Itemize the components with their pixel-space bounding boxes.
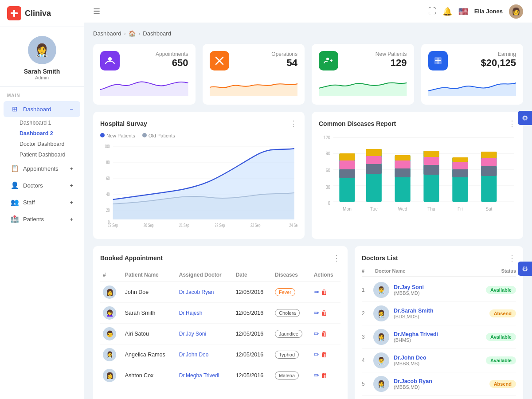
edit-button[interactable]: ✏ <box>314 330 320 338</box>
doctor-link[interactable]: Dr.Jay Soni <box>179 331 206 337</box>
cell-disease: Cholera <box>272 303 311 324</box>
doctors-list-menu[interactable]: ⋮ <box>508 253 516 263</box>
fab-settings-1[interactable]: ⚙ <box>518 111 532 125</box>
username-label: Ella Jones <box>474 8 503 15</box>
flag-icon[interactable]: 🇺🇸 <box>458 7 468 16</box>
staff-plus-icon: + <box>70 199 73 206</box>
cell-doctor: Dr.Megha Trivedi <box>176 365 233 386</box>
edit-button[interactable]: ✏ <box>314 372 320 379</box>
doctor-num: 4 <box>362 357 369 364</box>
sidebar-item-dashboard[interactable]: ⊞ Dashboard − <box>4 101 80 117</box>
svg-rect-50 <box>395 160 411 168</box>
booked-appointment-card: Booked Appointment ⋮ # Patient Name Assi… <box>93 246 348 399</box>
doctor-info: 3 👩‍⚕️ Dr.Megha Trivedi (BHMS) <box>362 329 438 345</box>
cell-doctor: Dr.Rajesh <box>176 303 233 324</box>
cell-actions: ✏ 🗑 <box>311 365 340 386</box>
svg-text:21 Sep: 21 Sep <box>179 223 189 228</box>
delete-button[interactable]: 🗑 <box>321 351 328 358</box>
cell-actions: ✏ 🗑 <box>311 303 340 324</box>
fab-settings-2[interactable]: ⚙ <box>518 262 532 276</box>
sidebar-sub-dashboard1[interactable]: Dashboard 1 <box>0 117 84 128</box>
svg-rect-58 <box>452 162 468 169</box>
cell-date: 12/05/2016 <box>233 365 272 386</box>
cell-disease: Jaundice <box>272 324 311 344</box>
sidebar-item-doctors[interactable]: 👤 Doctors + <box>4 177 80 193</box>
hospital-survey-menu[interactable]: ⋮ <box>289 119 297 129</box>
cell-doctor: Dr.Jay Soni <box>176 324 233 344</box>
doctors-list-body: 1 👨‍⚕️ Dr.Jay Soni (MBBS,MD) Available 2… <box>362 278 516 396</box>
fullscreen-icon[interactable]: ⛶ <box>428 7 436 16</box>
sidebar-section-main: MAIN <box>0 87 84 101</box>
sidebar-profile: 👩‍⚕️ Sarah Smith Admin <box>0 27 84 87</box>
sidebar-item-staff[interactable]: 👥 Staff + <box>4 194 80 210</box>
svg-rect-43 <box>339 153 355 160</box>
sidebar-item-appointments[interactable]: 📋 Appointments + <box>4 160 80 176</box>
doctor-info: 2 👩‍⚕️ Dr.Sarah Smith (BDS,MDS) <box>362 305 434 321</box>
bell-icon[interactable]: 🔔 <box>442 7 452 16</box>
disease-badge: Maleria <box>275 372 299 379</box>
legend-old-patients: Old Patients <box>142 133 175 138</box>
doctor-name[interactable]: Dr.Sarah Smith <box>394 308 434 314</box>
cell-patient: Airi Satou <box>122 324 176 344</box>
svg-text:60: 60 <box>326 168 330 173</box>
appointments-plus-icon: + <box>70 165 73 172</box>
sidebar-sub-patient-dashboard[interactable]: Patient Dashboard <box>0 149 84 160</box>
booked-appointment-menu[interactable]: ⋮ <box>332 253 340 263</box>
doctor-link[interactable]: Dr.John Deo <box>179 352 209 358</box>
svg-text:120: 120 <box>324 135 330 140</box>
logo-icon <box>7 6 21 20</box>
profile-role: Admin <box>35 75 49 80</box>
cell-actions: ✏ 🗑 <box>311 344 340 365</box>
new-patients-stat-value: 129 <box>376 57 407 69</box>
list-item: 3 👩‍⚕️ Dr.Megha Trivedi (BHMS) Available <box>362 325 516 349</box>
svg-rect-42 <box>339 160 355 169</box>
sidebar-item-patients[interactable]: 🏥 Patients + <box>4 211 80 227</box>
new-patients-stat-icon <box>319 51 338 70</box>
edit-button[interactable]: ✏ <box>314 351 320 359</box>
hamburger-icon[interactable]: ☰ <box>93 7 100 16</box>
doctor-avatar: 👩‍⚕️ <box>373 305 389 321</box>
sidebar-sub-doctor-dashboard[interactable]: Doctor Dashboard <box>0 139 84 149</box>
cell-num: 👨 <box>100 324 122 344</box>
doctor-info: 1 👨‍⚕️ Dr.Jay Soni (MBBS,MD) <box>362 282 424 298</box>
new-patients-wave <box>319 74 407 96</box>
doctor-num: 2 <box>362 310 369 317</box>
earning-stat-value: $20,125 <box>481 57 516 69</box>
diseases-report-menu[interactable]: ⋮ <box>508 119 516 129</box>
sidebar-sub-dashboard2[interactable]: Dashboard 2 <box>0 128 84 139</box>
delete-button[interactable]: 🗑 <box>321 309 328 317</box>
topbar-avatar[interactable]: 👩 <box>509 4 523 19</box>
doctor-name[interactable]: Dr.Jacob Ryan <box>394 378 432 384</box>
cell-disease: Typhod <box>272 344 311 365</box>
booked-appointment-header: Booked Appointment ⋮ <box>100 253 340 263</box>
doctor-degree: (BDS,MDS) <box>394 314 434 319</box>
svg-point-3 <box>109 58 111 60</box>
doctor-name[interactable]: Dr.Megha Trivedi <box>394 331 438 337</box>
col-num: # <box>100 268 122 282</box>
delete-button[interactable]: 🗑 <box>321 330 328 337</box>
list-item: 4 👨‍⚕️ Dr.John Deo (MBBS,MS) Available <box>362 349 516 372</box>
cell-disease: Maleria <box>272 365 311 386</box>
delete-button[interactable]: 🗑 <box>321 288 328 296</box>
svg-text:23 Sep: 23 Sep <box>250 223 261 228</box>
doctor-link[interactable]: Dr.Rajesh <box>179 310 203 316</box>
breadcrumb-current: Dashboard <box>143 30 171 37</box>
doctor-avatar: 👨‍⚕️ <box>373 352 389 368</box>
svg-text:60: 60 <box>106 176 110 181</box>
doctor-name[interactable]: Dr.Jay Soni <box>394 284 424 290</box>
edit-button[interactable]: ✏ <box>314 309 320 317</box>
breadcrumb-sep2: › <box>138 30 140 37</box>
delete-button[interactable]: 🗑 <box>321 372 328 379</box>
edit-button[interactable]: ✏ <box>314 288 320 296</box>
doctor-link[interactable]: Dr.Jacob Ryan <box>179 289 214 295</box>
doctor-name[interactable]: Dr.John Deo <box>394 355 426 361</box>
doctor-info: 4 👨‍⚕️ Dr.John Deo (MBBS,MS) <box>362 352 426 368</box>
operations-stat-value: 54 <box>271 57 297 69</box>
doctor-link[interactable]: Dr.Megha Trivedi <box>179 372 219 379</box>
svg-text:Mon: Mon <box>343 206 352 211</box>
doctor-degree: (MBBS,MD) <box>394 384 432 390</box>
stat-cards-row: Appointments 650 Operations <box>93 44 523 105</box>
col-disease: Diseases <box>272 268 311 282</box>
disease-badge: Jaundice <box>275 330 302 338</box>
svg-text:40: 40 <box>106 192 110 197</box>
